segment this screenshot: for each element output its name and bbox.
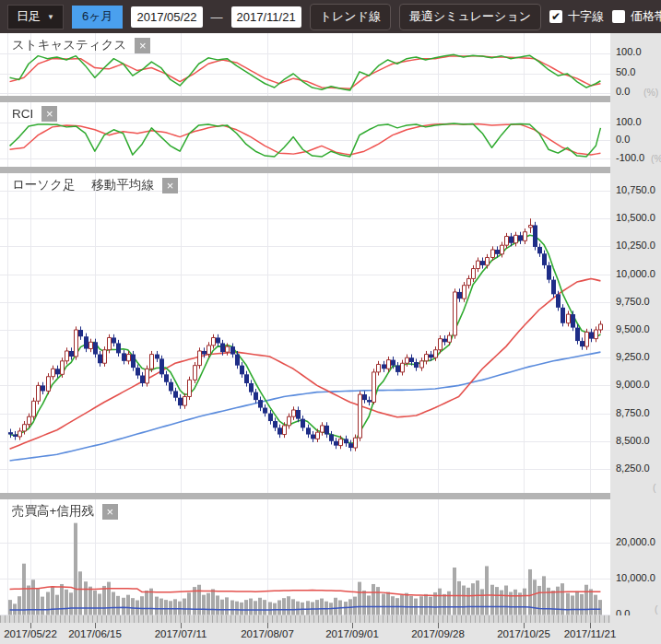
axis-tick: 20,000.0: [616, 536, 655, 547]
y-axis-column: 100.0 50.0 0.0 (%) 100.0 0.0 -100.0 (%) …: [610, 33, 661, 644]
rci-panel-title: RCI ×: [12, 106, 57, 122]
axis-unit: (: [655, 603, 658, 615]
timeframe-value: 日足: [17, 8, 41, 25]
chevron-down-icon: ▼: [47, 13, 54, 21]
close-icon[interactable]: ×: [162, 178, 178, 193]
axis-tick: 10,000.0: [616, 268, 655, 279]
axis-tick: 100.0: [616, 116, 642, 127]
axis-tick: 100.0: [616, 46, 642, 57]
axis-tick: 8,500.0: [616, 435, 650, 446]
panel-title-label: RCI: [12, 107, 33, 121]
panel-separator: [0, 167, 661, 173]
close-icon[interactable]: ×: [41, 106, 57, 122]
panel-separator: [0, 96, 661, 102]
timeframe-dropdown[interactable]: 日足 ▼: [7, 5, 64, 29]
date-from-input[interactable]: 2017/05/22: [131, 6, 202, 28]
optimal-simulation-button[interactable]: 最適シミュレーション: [399, 4, 541, 30]
stochastics-panel-title: ストキャスティクス ×: [12, 37, 150, 53]
x-axis-date-label: 2017/11/21: [564, 628, 617, 639]
axis-tick: 0.0: [616, 86, 630, 97]
x-axis-date-label: 2017/10/25: [497, 628, 550, 639]
crosshair-checkbox[interactable]: ✔ 十字線: [549, 8, 604, 25]
x-axis-date-label: 2017/09/28: [411, 628, 465, 639]
axis-tick: 10,250.0: [616, 240, 655, 251]
price-band-label: 価格帯: [631, 8, 661, 25]
close-icon[interactable]: ×: [135, 38, 150, 53]
crosshair-label: 十字線: [568, 8, 604, 25]
axis-tick: 9,500.0: [616, 323, 650, 334]
rci-chart-canvas[interactable]: [0, 102, 610, 167]
axis-tick: 50.0: [616, 66, 635, 77]
axis-tick: 9,000.0: [616, 379, 650, 390]
period-button[interactable]: 6ヶ月: [72, 6, 124, 29]
panel-title-label: ストキャスティクス: [12, 37, 126, 53]
trendline-button[interactable]: トレンド線: [310, 4, 391, 30]
x-axis-date-label: 2017/06/15: [68, 628, 122, 639]
axis-tick: -100.0: [616, 152, 644, 163]
date-range-separator: —: [211, 10, 223, 24]
x-axis: 2017/05/222017/06/152017/07/112017/08/07…: [0, 615, 661, 644]
time-scrollbar[interactable]: [0, 615, 610, 623]
axis-tick: 9,750.0: [616, 296, 650, 307]
axis-tick: 10,000.0: [616, 572, 655, 583]
volume-panel-title: 売買高+信用残 ×: [12, 503, 118, 520]
price-band-checkbox[interactable]: 価格帯: [612, 8, 661, 25]
date-to-input[interactable]: 2017/11/21: [231, 6, 301, 28]
checkbox-checked-icon: ✔: [549, 10, 562, 23]
axis-tick: 10,500.0: [616, 212, 655, 223]
candlestick-chart-canvas[interactable]: [0, 173, 610, 493]
x-axis-date-label: 2017/09/01: [325, 628, 379, 639]
panel-title-label: 売買高+信用残: [12, 503, 94, 520]
toolbar: 日足 ▼ 6ヶ月 2017/05/22 — 2017/11/21 トレンド線 最…: [0, 0, 661, 33]
stock-chart-app: 日足 ▼ 6ヶ月 2017/05/22 — 2017/11/21 トレンド線 最…: [0, 0, 661, 644]
x-axis-date-label: 2017/05/22: [4, 628, 57, 639]
axis-tick: 8,750.0: [616, 407, 650, 418]
axis-tick: 10,750.0: [616, 184, 655, 195]
axis-unit: (%): [643, 87, 658, 98]
candlestick-panel-title: ローソク足 移動平均線 ×: [12, 177, 178, 193]
axis-tick: 9,250.0: [616, 351, 650, 362]
panel-title-label-2: 移動平均線: [91, 177, 154, 193]
panel-title-label: ローソク足: [12, 177, 75, 193]
close-icon[interactable]: ×: [102, 504, 118, 520]
checkbox-unchecked-icon: [612, 10, 625, 23]
axis-unit: (: [653, 482, 656, 493]
axis-tick: 0.0: [616, 134, 630, 145]
panel-separator: [0, 493, 661, 499]
x-axis-date-label: 2017/08/07: [241, 628, 294, 639]
axis-tick: 8,250.0: [616, 463, 650, 474]
axis-unit: (%): [651, 153, 661, 164]
x-axis-date-label: 2017/07/11: [155, 628, 207, 639]
